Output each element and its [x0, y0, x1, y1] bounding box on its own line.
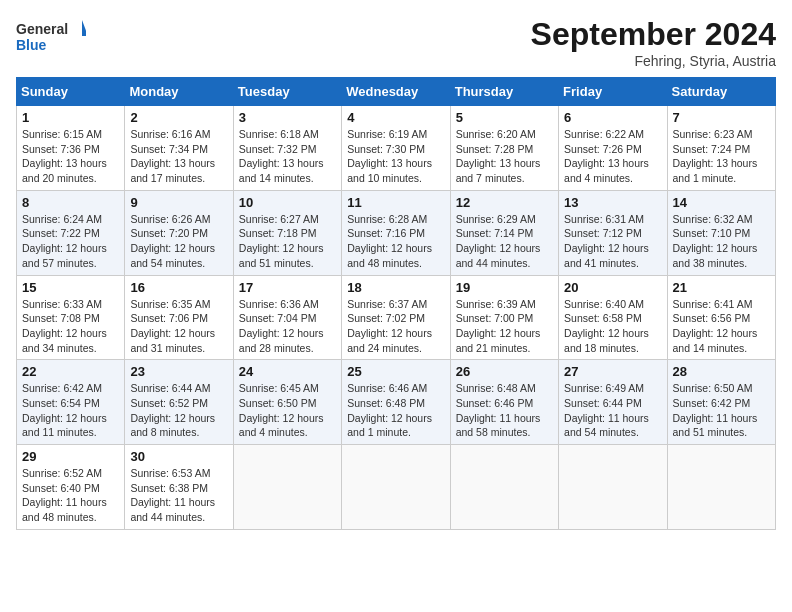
table-row: 29Sunrise: 6:52 AMSunset: 6:40 PMDayligh…: [17, 445, 125, 530]
table-row: [233, 445, 341, 530]
table-row: [450, 445, 558, 530]
day-info: Sunrise: 6:18 AMSunset: 7:32 PMDaylight:…: [239, 127, 336, 186]
table-row: 27Sunrise: 6:49 AMSunset: 6:44 PMDayligh…: [559, 360, 667, 445]
logo-svg: General Blue: [16, 16, 86, 56]
table-row: [667, 445, 775, 530]
table-row: 24Sunrise: 6:45 AMSunset: 6:50 PMDayligh…: [233, 360, 341, 445]
day-number: 30: [130, 449, 227, 464]
day-number: 6: [564, 110, 661, 125]
page-header: General Blue September 2024 Fehring, Sty…: [16, 16, 776, 69]
day-number: 28: [673, 364, 770, 379]
col-sunday: Sunday: [17, 78, 125, 106]
day-number: 10: [239, 195, 336, 210]
day-number: 18: [347, 280, 444, 295]
table-row: 15Sunrise: 6:33 AMSunset: 7:08 PMDayligh…: [17, 275, 125, 360]
day-info: Sunrise: 6:41 AMSunset: 6:56 PMDaylight:…: [673, 297, 770, 356]
day-number: 26: [456, 364, 553, 379]
day-info: Sunrise: 6:29 AMSunset: 7:14 PMDaylight:…: [456, 212, 553, 271]
day-info: Sunrise: 6:49 AMSunset: 6:44 PMDaylight:…: [564, 381, 661, 440]
table-row: [342, 445, 450, 530]
calendar-header-row: Sunday Monday Tuesday Wednesday Thursday…: [17, 78, 776, 106]
table-row: 12Sunrise: 6:29 AMSunset: 7:14 PMDayligh…: [450, 190, 558, 275]
day-number: 22: [22, 364, 119, 379]
table-row: 30Sunrise: 6:53 AMSunset: 6:38 PMDayligh…: [125, 445, 233, 530]
table-row: 13Sunrise: 6:31 AMSunset: 7:12 PMDayligh…: [559, 190, 667, 275]
table-row: 3Sunrise: 6:18 AMSunset: 7:32 PMDaylight…: [233, 106, 341, 191]
day-info: Sunrise: 6:44 AMSunset: 6:52 PMDaylight:…: [130, 381, 227, 440]
table-row: 2Sunrise: 6:16 AMSunset: 7:34 PMDaylight…: [125, 106, 233, 191]
logo: General Blue: [16, 16, 86, 56]
day-number: 25: [347, 364, 444, 379]
day-number: 24: [239, 364, 336, 379]
day-info: Sunrise: 6:22 AMSunset: 7:26 PMDaylight:…: [564, 127, 661, 186]
table-row: 11Sunrise: 6:28 AMSunset: 7:16 PMDayligh…: [342, 190, 450, 275]
table-row: 7Sunrise: 6:23 AMSunset: 7:24 PMDaylight…: [667, 106, 775, 191]
svg-text:General: General: [16, 21, 68, 37]
day-number: 7: [673, 110, 770, 125]
day-number: 3: [239, 110, 336, 125]
day-info: Sunrise: 6:26 AMSunset: 7:20 PMDaylight:…: [130, 212, 227, 271]
col-wednesday: Wednesday: [342, 78, 450, 106]
day-info: Sunrise: 6:27 AMSunset: 7:18 PMDaylight:…: [239, 212, 336, 271]
day-number: 2: [130, 110, 227, 125]
title-block: September 2024 Fehring, Styria, Austria: [531, 16, 776, 69]
month-title: September 2024: [531, 16, 776, 53]
day-number: 1: [22, 110, 119, 125]
table-row: 19Sunrise: 6:39 AMSunset: 7:00 PMDayligh…: [450, 275, 558, 360]
day-number: 11: [347, 195, 444, 210]
col-friday: Friday: [559, 78, 667, 106]
day-info: Sunrise: 6:40 AMSunset: 6:58 PMDaylight:…: [564, 297, 661, 356]
day-info: Sunrise: 6:36 AMSunset: 7:04 PMDaylight:…: [239, 297, 336, 356]
col-thursday: Thursday: [450, 78, 558, 106]
table-row: 18Sunrise: 6:37 AMSunset: 7:02 PMDayligh…: [342, 275, 450, 360]
day-number: 12: [456, 195, 553, 210]
day-info: Sunrise: 6:35 AMSunset: 7:06 PMDaylight:…: [130, 297, 227, 356]
day-number: 9: [130, 195, 227, 210]
day-number: 14: [673, 195, 770, 210]
day-info: Sunrise: 6:16 AMSunset: 7:34 PMDaylight:…: [130, 127, 227, 186]
day-info: Sunrise: 6:50 AMSunset: 6:42 PMDaylight:…: [673, 381, 770, 440]
day-info: Sunrise: 6:52 AMSunset: 6:40 PMDaylight:…: [22, 466, 119, 525]
day-info: Sunrise: 6:46 AMSunset: 6:48 PMDaylight:…: [347, 381, 444, 440]
day-info: Sunrise: 6:39 AMSunset: 7:00 PMDaylight:…: [456, 297, 553, 356]
day-info: Sunrise: 6:19 AMSunset: 7:30 PMDaylight:…: [347, 127, 444, 186]
table-row: 22Sunrise: 6:42 AMSunset: 6:54 PMDayligh…: [17, 360, 125, 445]
table-row: 6Sunrise: 6:22 AMSunset: 7:26 PMDaylight…: [559, 106, 667, 191]
col-monday: Monday: [125, 78, 233, 106]
day-number: 5: [456, 110, 553, 125]
table-row: 25Sunrise: 6:46 AMSunset: 6:48 PMDayligh…: [342, 360, 450, 445]
table-row: 9Sunrise: 6:26 AMSunset: 7:20 PMDaylight…: [125, 190, 233, 275]
day-number: 16: [130, 280, 227, 295]
day-number: 4: [347, 110, 444, 125]
table-row: 21Sunrise: 6:41 AMSunset: 6:56 PMDayligh…: [667, 275, 775, 360]
table-row: 8Sunrise: 6:24 AMSunset: 7:22 PMDaylight…: [17, 190, 125, 275]
day-number: 8: [22, 195, 119, 210]
day-number: 29: [22, 449, 119, 464]
calendar-table: Sunday Monday Tuesday Wednesday Thursday…: [16, 77, 776, 530]
day-number: 15: [22, 280, 119, 295]
table-row: 1Sunrise: 6:15 AMSunset: 7:36 PMDaylight…: [17, 106, 125, 191]
table-row: 4Sunrise: 6:19 AMSunset: 7:30 PMDaylight…: [342, 106, 450, 191]
table-row: 26Sunrise: 6:48 AMSunset: 6:46 PMDayligh…: [450, 360, 558, 445]
table-row: 20Sunrise: 6:40 AMSunset: 6:58 PMDayligh…: [559, 275, 667, 360]
svg-text:Blue: Blue: [16, 37, 47, 53]
table-row: [559, 445, 667, 530]
col-tuesday: Tuesday: [233, 78, 341, 106]
svg-marker-2: [82, 20, 86, 36]
day-number: 27: [564, 364, 661, 379]
day-info: Sunrise: 6:23 AMSunset: 7:24 PMDaylight:…: [673, 127, 770, 186]
day-info: Sunrise: 6:28 AMSunset: 7:16 PMDaylight:…: [347, 212, 444, 271]
table-row: 28Sunrise: 6:50 AMSunset: 6:42 PMDayligh…: [667, 360, 775, 445]
day-info: Sunrise: 6:53 AMSunset: 6:38 PMDaylight:…: [130, 466, 227, 525]
table-row: 23Sunrise: 6:44 AMSunset: 6:52 PMDayligh…: [125, 360, 233, 445]
table-row: 17Sunrise: 6:36 AMSunset: 7:04 PMDayligh…: [233, 275, 341, 360]
day-info: Sunrise: 6:20 AMSunset: 7:28 PMDaylight:…: [456, 127, 553, 186]
day-info: Sunrise: 6:33 AMSunset: 7:08 PMDaylight:…: [22, 297, 119, 356]
day-info: Sunrise: 6:45 AMSunset: 6:50 PMDaylight:…: [239, 381, 336, 440]
day-info: Sunrise: 6:37 AMSunset: 7:02 PMDaylight:…: [347, 297, 444, 356]
table-row: 10Sunrise: 6:27 AMSunset: 7:18 PMDayligh…: [233, 190, 341, 275]
table-row: 14Sunrise: 6:32 AMSunset: 7:10 PMDayligh…: [667, 190, 775, 275]
day-number: 17: [239, 280, 336, 295]
day-info: Sunrise: 6:42 AMSunset: 6:54 PMDaylight:…: [22, 381, 119, 440]
day-info: Sunrise: 6:32 AMSunset: 7:10 PMDaylight:…: [673, 212, 770, 271]
